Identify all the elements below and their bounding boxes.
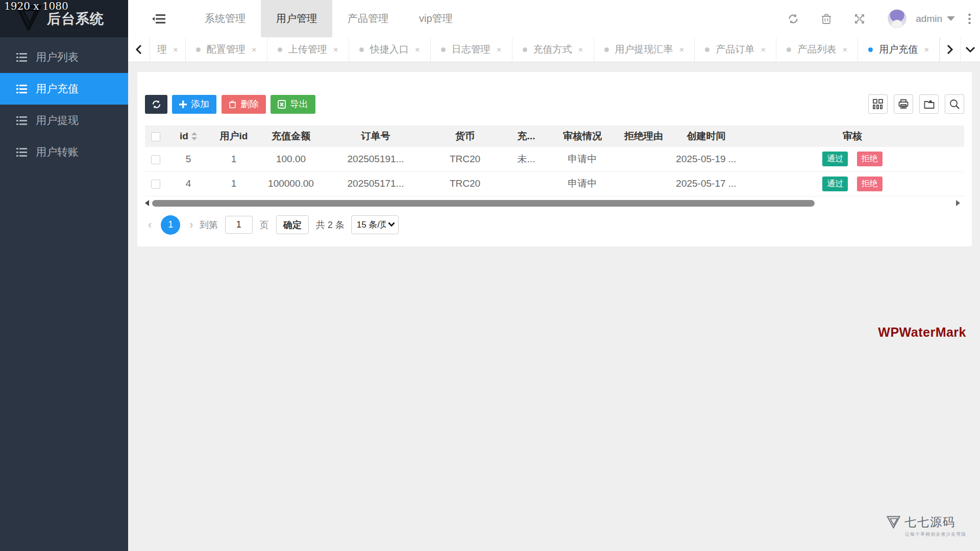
refresh-icon[interactable] <box>788 13 799 24</box>
tab-close-icon[interactable]: × <box>578 45 583 54</box>
nav-tab-system[interactable]: 系统管理 <box>189 0 261 37</box>
tab-product-list[interactable]: 产品列表 × <box>776 37 858 62</box>
select-all-checkbox[interactable] <box>151 132 160 141</box>
column-header-created-at: 创建时间 <box>672 126 741 147</box>
nav-tab-label: 用户管理 <box>276 12 317 26</box>
tab-close-icon[interactable]: × <box>415 45 420 54</box>
print-button[interactable] <box>894 94 913 114</box>
sidebar-item-user-recharge[interactable]: 用户充值 <box>0 73 128 105</box>
confirm-page-button[interactable]: 确定 <box>276 215 309 234</box>
tabs-scroll-right-button[interactable] <box>940 37 960 62</box>
current-page-button[interactable]: 1 <box>161 215 180 235</box>
username-label: admin <box>916 13 942 24</box>
tab-close-icon[interactable]: × <box>497 45 502 54</box>
prev-page-button[interactable]: ‹ <box>145 218 155 232</box>
tab-config[interactable]: 配置管理 × <box>186 37 267 62</box>
row-checkbox[interactable] <box>151 180 160 189</box>
scroll-left-arrow-icon[interactable] <box>145 200 149 206</box>
tab-close-icon[interactable]: × <box>252 45 257 54</box>
nav-tab-product[interactable]: 产品管理 <box>332 0 404 37</box>
table-row: 5 1 100.00 202505191... TRC20 未... 申请中 2… <box>145 147 964 171</box>
add-button[interactable]: 添加 <box>172 95 216 114</box>
export-button[interactable]: 导出 <box>271 95 315 114</box>
tab-close-icon[interactable]: × <box>924 45 929 54</box>
nav-tab-label: vip管理 <box>419 12 453 26</box>
export-button-label: 导出 <box>290 98 308 110</box>
column-header-currency: 货币 <box>427 126 503 147</box>
chevron-down-icon <box>965 46 975 53</box>
excel-file-icon <box>278 100 286 109</box>
nav-tab-label: 系统管理 <box>205 12 246 26</box>
page-unit-label: 页 <box>260 219 269 231</box>
tab-truncated[interactable]: 理 × <box>150 37 186 62</box>
sidebar-item-label: 用户提现 <box>36 113 79 128</box>
tab-label: 上传管理 <box>288 43 327 56</box>
tab-shortcut[interactable]: 快捷入口 × <box>349 37 431 62</box>
column-header-audit: 审核 <box>741 126 964 147</box>
tab-upload[interactable]: 上传管理 × <box>267 37 349 62</box>
sort-icon <box>191 132 197 140</box>
fullscreen-icon[interactable] <box>854 13 865 24</box>
tab-close-icon[interactable]: × <box>679 45 684 54</box>
column-header-reject-reason: 拒绝理由 <box>616 126 672 147</box>
approve-button[interactable]: 通过 <box>822 177 848 191</box>
cell-currency: TRC20 <box>427 171 503 196</box>
per-page-select[interactable]: 15 条/页 <box>351 215 399 234</box>
row-checkbox[interactable] <box>151 155 160 164</box>
delete-button[interactable]: 删除 <box>222 95 266 114</box>
goto-label: 到第 <box>200 219 218 231</box>
tab-close-icon[interactable]: × <box>333 45 338 54</box>
columns-icon <box>873 99 883 109</box>
tab-user-recharge[interactable]: 用户充值 × <box>858 37 940 62</box>
reject-button[interactable]: 拒绝 <box>857 177 883 191</box>
scroll-right-arrow-icon[interactable] <box>956 200 960 206</box>
tab-close-icon[interactable]: × <box>173 45 178 54</box>
tab-recharge-method[interactable]: 充值方式 × <box>512 37 594 62</box>
cell-audit-actions: 通过 拒绝 <box>741 147 964 171</box>
more-options-icon[interactable] <box>968 13 971 24</box>
tabs-scroll-left-button[interactable] <box>128 37 150 62</box>
user-avatar[interactable] <box>888 9 906 28</box>
folder-export-icon <box>924 99 935 109</box>
list-icon <box>16 53 27 62</box>
tab-dot <box>278 47 282 52</box>
export-data-button[interactable] <box>919 94 939 114</box>
cell-created-at: 2025-05-17 ... <box>672 171 741 196</box>
nav-tab-vip[interactable]: vip管理 <box>404 0 468 37</box>
scrollbar-thumb[interactable] <box>152 200 815 207</box>
tab-close-icon[interactable]: × <box>842 45 847 54</box>
cell-user-id: 1 <box>210 147 257 171</box>
cell-order-no: 202505191... <box>325 147 427 171</box>
sidebar-item-user-list[interactable]: 用户列表 <box>0 41 128 73</box>
reject-button[interactable]: 拒绝 <box>857 152 883 166</box>
cell-created-at: 2025-05-19 ... <box>672 147 741 171</box>
sidebar-item-label: 用户列表 <box>36 50 79 64</box>
toolbar: 添加 删除 导出 <box>145 94 964 114</box>
user-menu[interactable]: admin <box>916 13 955 24</box>
tab-product-order[interactable]: 产品订单 × <box>695 37 776 62</box>
delete-button-label: 删除 <box>240 98 259 110</box>
columns-toggle-button[interactable] <box>868 94 888 114</box>
tab-dot <box>787 47 791 52</box>
search-button[interactable] <box>945 94 964 114</box>
page-number-input[interactable] <box>225 216 253 234</box>
trash-icon[interactable] <box>821 13 831 24</box>
tab-close-icon[interactable]: × <box>761 45 766 54</box>
sidebar-item-user-withdraw[interactable]: 用户提现 <box>0 105 128 136</box>
tab-log[interactable]: 日志管理 × <box>431 37 512 62</box>
sidebar-toggle-icon[interactable] <box>152 13 166 24</box>
per-page-select-wrap: 15 条/页 <box>351 215 399 234</box>
refresh-button[interactable] <box>145 95 167 114</box>
next-page-button[interactable]: › <box>186 218 196 232</box>
tab-withdraw-rate[interactable]: 用户提现汇率 × <box>594 37 695 62</box>
approve-button[interactable]: 通过 <box>822 152 848 166</box>
cell-id: 5 <box>166 147 210 171</box>
sidebar-item-label: 用户转账 <box>36 145 79 159</box>
cell-audit-status: 申请中 <box>549 147 616 171</box>
total-count-label: 共 2 条 <box>316 219 345 231</box>
sidebar-item-user-transfer[interactable]: 用户转账 <box>0 136 128 168</box>
nav-tab-user[interactable]: 用户管理 <box>261 0 332 37</box>
column-header-id[interactable]: id <box>180 131 197 142</box>
tab-dot <box>441 47 446 52</box>
tabs-menu-button[interactable] <box>960 37 980 62</box>
